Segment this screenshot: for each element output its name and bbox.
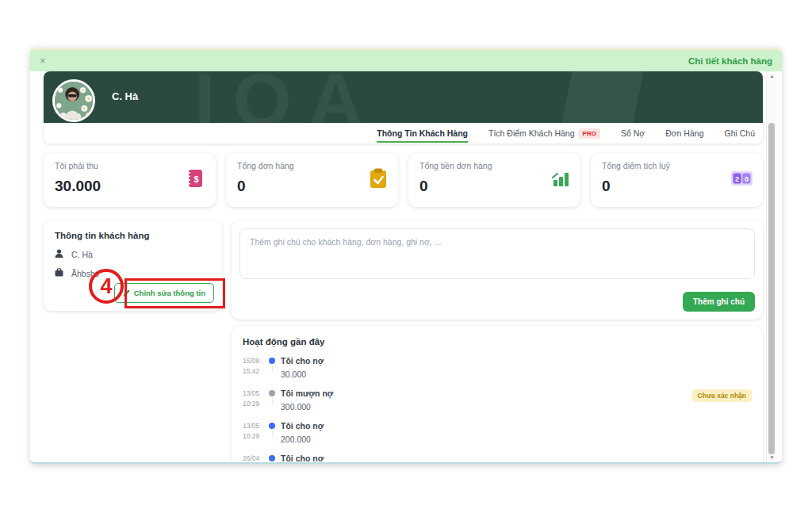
scrollbar-thumb[interactable] — [768, 123, 775, 454]
stat-value: 0 — [602, 178, 752, 195]
activity-label: Tôi mượn nợ — [281, 389, 692, 398]
activity-label: Tôi cho nợ — [281, 454, 752, 463]
scrollbar-down-arrow[interactable]: ▼ — [767, 455, 777, 460]
modal-topbar: × Chi tiết khách hàng — [30, 50, 782, 71]
activity-item: 26/04 11:36 Tôi cho nợ 100.000 — [243, 454, 752, 464]
stat-label: Tổng đơn hàng — [237, 161, 387, 170]
stat-label: Tôi phải thu — [55, 161, 205, 170]
bar-chart-icon — [551, 170, 570, 190]
tab-don-hang[interactable]: Đơn Hàng — [665, 123, 703, 144]
svg-text:$: $ — [193, 174, 198, 184]
activity-amount: 300.000 — [281, 402, 692, 412]
activity-title: Hoạt động gần đây — [243, 337, 752, 346]
activity-item: 13/05 10:29 Tôi cho nợ 200.000 — [243, 421, 752, 454]
stat-card-loyalty-points: Tổng điểm tích luỹ 0 2 0 — [591, 153, 763, 207]
timeline-dot — [269, 423, 275, 429]
recent-activity-card: Hoạt động gần đây 15/08 15:42 Tôi cho nợ… — [232, 327, 763, 464]
annotation-step-circle: 4 — [89, 269, 124, 304]
customer-header-card: IOA C. Hà — [44, 71, 763, 144]
activity-amount: 200.000 — [281, 435, 752, 444]
activity-date: 13/05 — [243, 421, 263, 431]
add-note-button[interactable]: Thêm ghi chú — [683, 292, 755, 312]
banner-decoration — [561, 71, 644, 123]
activity-date: 15/08 — [243, 356, 263, 366]
vertical-scrollbar: ▲ ▼ — [766, 71, 776, 462]
tab-ghi-chu[interactable]: Ghi Chú — [724, 123, 755, 144]
customer-banner: IOA C. Hà — [44, 71, 763, 123]
money-notebook-icon: $ — [185, 168, 205, 192]
activity-date: 26/04 — [243, 454, 263, 464]
timeline-dot — [269, 455, 275, 461]
stat-label: Tổng tiền đơn hàng — [419, 161, 569, 170]
info-panel-title: Thông tin khách hàng — [55, 231, 211, 240]
activity-item: 13/05 10:29 Tôi mượn nợ 300.000 Chưa xác… — [243, 389, 752, 421]
activity-label: Tôi cho nợ — [281, 421, 752, 431]
stat-value: 30.000 — [55, 178, 205, 195]
timeline-dot — [269, 390, 275, 396]
unconfirmed-badge: Chưa xác nhận — [692, 389, 752, 402]
customer-detail-modal: × Chi tiết khách hàng IOA — [30, 48, 782, 464]
info-row-company: Ãhbsbs — [55, 268, 211, 278]
tab-tich-diem-khach-hang[interactable]: Tích Điểm Khách Hàng PRO — [488, 123, 600, 144]
stat-cards-row: Tôi phải thu 30.000 $ Tổng đơn hàng 0 — [44, 153, 763, 207]
info-row-name: C. Hà — [55, 249, 211, 259]
clipboard-check-icon — [369, 168, 388, 192]
note-composer-card: Thêm ghi chú — [232, 220, 763, 320]
briefcase-icon — [55, 268, 63, 278]
tab-label: Ghi Chú — [724, 128, 755, 138]
activity-time: 10:29 — [243, 399, 263, 409]
close-icon[interactable]: × — [40, 56, 46, 66]
stat-card-total-orders: Tổng đơn hàng 0 — [226, 153, 398, 207]
info-value-name: C. Hà — [71, 250, 93, 259]
avatar — [52, 79, 95, 122]
banner-decoration: IOA — [194, 71, 381, 123]
stat-card-order-total: Tổng tiền đơn hàng 0 — [408, 153, 580, 207]
tab-label: Tích Điểm Khách Hàng — [488, 128, 575, 138]
svg-text:0: 0 — [745, 175, 749, 183]
annotation-highlight-rect — [124, 278, 225, 308]
tab-so-no[interactable]: Sổ Nợ — [621, 123, 645, 144]
timeline-dot — [269, 358, 275, 364]
activity-date: 13/05 — [243, 389, 263, 399]
svg-text:2: 2 — [735, 175, 739, 183]
stat-value: 0 — [419, 178, 569, 195]
tab-label: Sổ Nợ — [621, 128, 645, 138]
tab-bar: Thông Tin Khách Hàng Tích Điểm Khách Hàn… — [44, 123, 763, 144]
tab-label: Thông Tin Khách Hàng — [377, 128, 468, 138]
tab-label: Đơn Hàng — [665, 128, 703, 138]
activity-amount: 30.000 — [281, 369, 752, 379]
scrollbar-up-arrow[interactable]: ▲ — [767, 74, 777, 78]
customer-name: C. Hà — [112, 90, 138, 102]
stat-value: 0 — [237, 178, 387, 195]
stat-card-receivable: Tôi phải thu 30.000 $ — [44, 153, 216, 207]
modal-title: Chi tiết khách hàng — [688, 56, 772, 66]
activity-label: Tôi cho nợ — [281, 356, 752, 366]
points-counter-icon: 2 0 — [731, 170, 753, 190]
note-input[interactable] — [239, 228, 755, 279]
pro-badge: PRO — [579, 128, 600, 139]
activity-time: 15:42 — [243, 366, 263, 377]
user-icon — [55, 249, 63, 259]
activity-item: 15/08 15:42 Tôi cho nợ 30.000 — [243, 356, 752, 389]
stat-label: Tổng điểm tích luỹ — [602, 161, 752, 170]
activity-time: 10:29 — [243, 431, 263, 442]
tab-thong-tin-khach-hang[interactable]: Thông Tin Khách Hàng — [377, 123, 468, 144]
